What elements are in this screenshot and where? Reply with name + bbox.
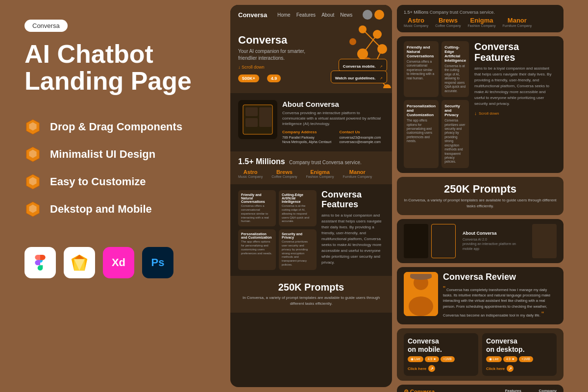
rp-feat-cards: Friendly and Natural Conversations Conve… — [404, 41, 467, 168]
features-text: aims to be a loyal companion and assista… — [321, 213, 384, 266]
stat-rating: 4.9 — [267, 74, 281, 82]
rp-companies: 1.5+ Millions Company trust Conversa ser… — [397, 5, 564, 32]
screen-thumb-1 — [404, 224, 428, 258]
left-panel: Conversa AI Chatbot Landing Page Drop & … — [0, 0, 225, 392]
nav-about[interactable]: About — [321, 12, 334, 18]
rp-scroll-down[interactable]: ↓ Scroll down — [474, 111, 557, 116]
rp-co-astro: Astro Music Company — [404, 17, 428, 27]
prompts-number: 250K Prompts — [278, 282, 344, 293]
feature-main: Conversa Features aims to be a loyal com… — [321, 190, 384, 270]
stats-number: 1.5+ Millions — [238, 157, 285, 166]
feature-label-desktop: Dekstop and Mobile — [50, 203, 152, 216]
feature-item-minimalist: Minimalist UI Design — [24, 146, 201, 163]
stat-users: 500K+ — [238, 74, 259, 82]
rp-prompts-number: 250K Prompts — [444, 183, 516, 195]
rp-footer: ⚙ Conversa Conversa is a mobile applicat… — [397, 385, 564, 392]
xd-icon: Xd — [103, 247, 134, 278]
svg-rect-30 — [245, 107, 258, 116]
nav-links: Home Features About News — [277, 12, 352, 18]
company-brews: Brews Coffee Company — [271, 169, 297, 178]
feature-label-drop-drag: Drop & Drag Components — [50, 121, 182, 133]
hero-section: Conversa Your AI companion for smarter, … — [230, 24, 392, 93]
brand-name: Conversa — [32, 22, 60, 29]
nav-logo: Conversa — [238, 11, 267, 19]
footer-company-title: Company — [539, 389, 557, 392]
ps-icon: Ps — [142, 247, 173, 278]
rp-mobile-badges: ◉ Live 4.9 ★ <1MB — [408, 356, 474, 362]
hero-title: Conversa — [238, 34, 318, 46]
hexagon-icon-1 — [24, 119, 41, 135]
nav-home[interactable]: Home — [277, 12, 291, 18]
review-content: Conversa Review " Conversa has completel… — [443, 272, 557, 319]
desktop-badge-live: ◉ Live — [486, 356, 502, 362]
svg-rect-32 — [259, 107, 271, 127]
sketch-icon — [64, 247, 95, 278]
desktop-arrow-icon: ↗ — [507, 365, 514, 372]
rp-desktop-title: Conversaon desktop. — [486, 337, 553, 354]
nav-bar: Conversa Home Features About News — [230, 5, 392, 24]
svg-point-26 — [349, 38, 356, 45]
contact-email1: conversa23@example.com — [339, 135, 381, 140]
stats-label: Company trust Conversa service. — [289, 160, 362, 165]
screen-thumb-3 — [532, 224, 557, 258]
rp-mobile-cta[interactable]: Click here ↗ — [408, 365, 474, 372]
hero-stats: 500K+ 4.9 — [238, 74, 318, 82]
feature-cards: Friendly and Natural Conversations Conve… — [238, 190, 317, 270]
stats-bar: 1.5+ Millions Company trust Conversa ser… — [230, 151, 392, 184]
desktop-badge-rating: 4.9 ★ — [503, 356, 517, 362]
feature-label-easy: Easy to Customize — [50, 175, 146, 188]
svg-point-19 — [359, 25, 367, 33]
right-panels: 1.5+ Millions Company trust Conversa ser… — [397, 5, 564, 387]
feature-label-minimalist: Minimalist UI Design — [50, 148, 155, 161]
review-quote: " Conversa has completely transformed ho… — [443, 285, 557, 319]
right-side: Conversa Home Features About News Conver… — [225, 0, 588, 392]
mobile-badge-size: <1MB — [441, 356, 455, 362]
main-title: AI Chatbot Landing Page — [24, 41, 201, 94]
center-mockup: Conversa Home Features About News Conver… — [230, 5, 392, 387]
rp-feat-card-3: Personalization and Customization The ap… — [404, 100, 439, 168]
figma-icon — [24, 247, 56, 278]
company-logos: Astro Music Company Brews Coffee Company… — [238, 169, 384, 178]
company-enigma: Enigma Fashion Company — [306, 169, 334, 178]
rp-co-enigma: Enigma Fashion Company — [468, 17, 496, 27]
address-label: Company Address — [282, 130, 331, 134]
feature-item-drop-drag: Drop & Drag Components — [24, 119, 201, 135]
mobile-arrow-icon: ↗ — [428, 365, 435, 372]
rp-prompts-sub: In Conversa, a variety of prompt templat… — [404, 197, 557, 209]
nav-avatar — [363, 10, 384, 20]
svg-rect-31 — [245, 118, 258, 127]
tools-row: Xd Ps — [24, 247, 201, 278]
about-text: Conversa providing an interactive platfo… — [282, 110, 384, 127]
rp-feat-card-2: Cutting-Edge Artificial Intelligence Con… — [441, 41, 469, 97]
rp-feat-card-4: Security and Privacy Conversa prioritize… — [441, 100, 469, 168]
rp-mobile-title: Conversaon mobile. — [408, 337, 474, 354]
nav-news[interactable]: News — [340, 12, 352, 18]
about-title: About Conversa — [282, 100, 384, 108]
feature-item-desktop: Dekstop and Mobile — [24, 201, 201, 218]
company-astro: Astro Music Company — [238, 169, 263, 178]
nav-features[interactable]: Features — [296, 12, 316, 18]
feat-card-2: Cutting-Edge Artificial Intelligence Con… — [279, 190, 317, 226]
features-title: Conversa Features — [321, 190, 384, 210]
feature-item-easy: Easy to Customize — [24, 173, 201, 190]
rp-desktop-cta[interactable]: Click here ↗ — [486, 365, 553, 372]
rp-desktop-card: Conversaon desktop. ◉ Live 4.9 ★ <1MB Cl… — [482, 333, 557, 376]
mobile-badge-live: ◉ Live — [408, 356, 423, 362]
rp-mobile-card: Conversaon mobile. ◉ Live 4.9 ★ <1MB Cli… — [404, 333, 478, 376]
features-section: Friendly and Natural Conversations Conve… — [230, 184, 392, 276]
contact-label: Contact Us — [339, 130, 381, 134]
about-image — [238, 100, 277, 139]
hexagon-icon-2 — [24, 146, 41, 163]
rp-review: Conversa Review " Conversa has completel… — [397, 267, 564, 324]
rp-prompts: 250K Prompts In Conversa, a variety of p… — [397, 177, 564, 215]
rp-desktop-badges: ◉ Live 4.9 ★ <1MB — [486, 356, 553, 362]
footer-features-title: Features — [505, 389, 531, 392]
rp-co-brews: Brews Coffee Company — [435, 17, 461, 27]
hero-scroll[interactable]: ↓ Scroll down — [238, 65, 318, 70]
footer-logo: ⚙ Conversa — [404, 389, 497, 392]
rp-screens: About Conversa Conversa AI 2.0 providing… — [397, 219, 564, 263]
rp-company-logos: Astro Music Company Brews Coffee Company… — [404, 17, 557, 27]
feat-card-1: Friendly and Natural Conversations Conve… — [238, 190, 276, 226]
hexagon-icon-4 — [24, 201, 41, 218]
rp-feat-card-1: Friendly and Natural Conversations Conve… — [404, 41, 439, 97]
